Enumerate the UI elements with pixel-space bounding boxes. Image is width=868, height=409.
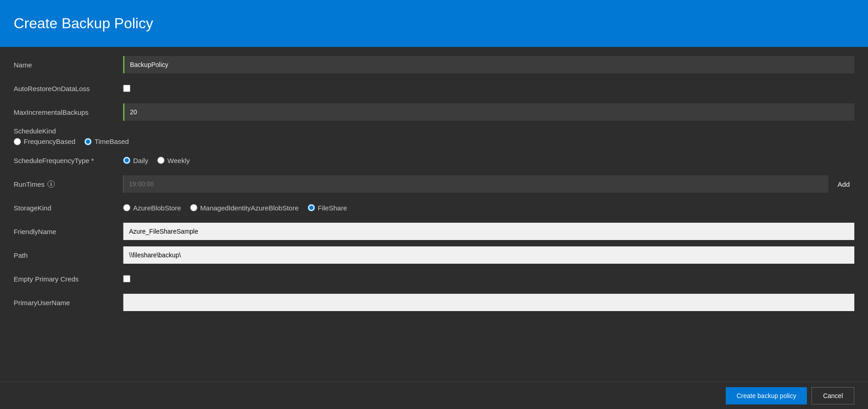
weekly-radio[interactable] [157, 157, 165, 164]
runtimes-row: RunTimes ℹ Add [14, 175, 854, 193]
path-label: Path [14, 251, 123, 259]
friendly-name-row: FriendlyName [14, 223, 854, 240]
name-input[interactable] [123, 56, 854, 73]
header: Create Backup Policy [0, 0, 868, 47]
schedule-kind-label: ScheduleKind [14, 127, 854, 135]
azure-blob-label: AzureBlobStore [133, 204, 181, 212]
runtimes-input[interactable] [123, 175, 828, 193]
runtimes-info-icon[interactable]: ℹ [47, 180, 55, 188]
storage-kind-radio-group: AzureBlobStore ManagedIdentityAzureBlobS… [123, 204, 347, 212]
max-incremental-input[interactable] [123, 103, 854, 121]
storage-kind-label: StorageKind [14, 204, 123, 212]
managed-identity-radio[interactable] [190, 204, 197, 211]
schedule-frequency-based-label: FrequencyBased [24, 138, 75, 145]
runtimes-input-group: Add [123, 175, 854, 193]
empty-primary-creds-label: Empty Primary Creds [14, 275, 123, 283]
schedule-time-based-label: TimeBased [94, 138, 129, 145]
azure-blob-option[interactable]: AzureBlobStore [123, 204, 181, 212]
path-input[interactable] [123, 246, 854, 264]
page-title: Create Backup Policy [14, 15, 153, 32]
managed-identity-option[interactable]: ManagedIdentityAzureBlobStore [190, 204, 299, 212]
weekly-label: Weekly [167, 157, 190, 164]
file-share-option[interactable]: FileShare [308, 204, 347, 212]
add-runtime-button[interactable]: Add [833, 180, 854, 188]
friendly-name-label: FriendlyName [14, 228, 123, 235]
schedule-kind-row: ScheduleKind FrequencyBased TimeBased [14, 127, 854, 145]
schedule-kind-radio-group: FrequencyBased TimeBased [14, 138, 854, 145]
empty-primary-creds-checkbox-wrapper [123, 275, 130, 282]
file-share-radio[interactable] [308, 204, 315, 211]
primary-user-name-label: PrimaryUserName [14, 299, 123, 307]
footer: Create backup policy Cancel [0, 382, 868, 409]
max-incremental-row: MaxIncrementalBackups [14, 103, 854, 121]
auto-restore-label: AutoRestoreOnDataLoss [14, 85, 123, 92]
auto-restore-checkbox[interactable] [123, 85, 130, 92]
schedule-frequency-based-option[interactable]: FrequencyBased [14, 138, 75, 145]
file-share-label: FileShare [318, 204, 347, 212]
create-backup-policy-button[interactable]: Create backup policy [726, 387, 807, 404]
schedule-frequency-type-label: ScheduleFrequencyType * [14, 157, 123, 164]
auto-restore-row: AutoRestoreOnDataLoss [14, 80, 854, 97]
primary-user-name-input[interactable] [123, 294, 854, 311]
friendly-name-input[interactable] [123, 223, 854, 240]
weekly-option[interactable]: Weekly [157, 157, 190, 164]
daily-option[interactable]: Daily [123, 157, 148, 164]
empty-primary-creds-row: Empty Primary Creds [14, 270, 854, 287]
empty-primary-creds-checkbox[interactable] [123, 275, 130, 282]
schedule-frequency-based-radio[interactable] [14, 138, 21, 145]
primary-user-name-row: PrimaryUserName [14, 294, 854, 311]
schedule-time-based-option[interactable]: TimeBased [84, 138, 129, 145]
schedule-frequency-type-row: ScheduleFrequencyType * Daily Weekly [14, 152, 854, 169]
path-row: Path [14, 246, 854, 264]
runtimes-label: RunTimes ℹ [14, 180, 123, 188]
auto-restore-checkbox-wrapper [123, 85, 130, 92]
form-content: Name AutoRestoreOnDataLoss MaxIncrementa… [0, 47, 868, 382]
max-incremental-label: MaxIncrementalBackups [14, 108, 123, 116]
schedule-time-based-radio[interactable] [84, 138, 92, 145]
daily-radio[interactable] [123, 157, 130, 164]
storage-kind-row: StorageKind AzureBlobStore ManagedIdenti… [14, 199, 854, 216]
cancel-button[interactable]: Cancel [811, 387, 854, 404]
daily-label: Daily [133, 157, 148, 164]
managed-identity-label: ManagedIdentityAzureBlobStore [200, 204, 299, 212]
name-label: Name [14, 61, 123, 69]
schedule-frequency-type-radio-group: Daily Weekly [123, 157, 190, 164]
azure-blob-radio[interactable] [123, 204, 130, 211]
name-row: Name [14, 56, 854, 73]
